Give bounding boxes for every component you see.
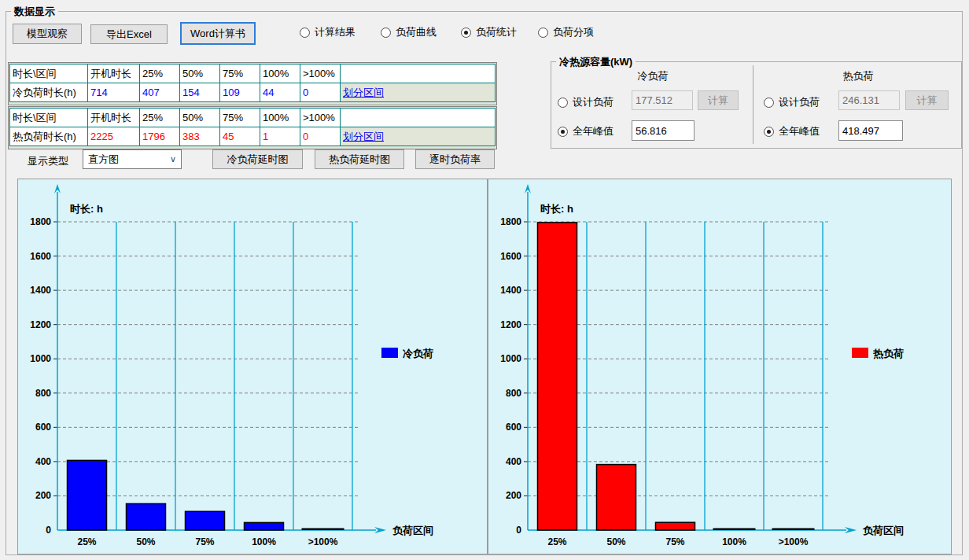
svg-text:1800: 1800 (500, 216, 521, 227)
divide-range-link-cooling[interactable]: 划分区间 (343, 86, 384, 100)
table-header-cell: 开机时长 (88, 64, 140, 83)
radio-heating-design[interactable]: 设计负荷 (764, 95, 820, 109)
radio-heating-design-label: 设计负荷 (779, 95, 820, 109)
table-value-cell: 44 (260, 83, 300, 102)
svg-text:1600: 1600 (500, 251, 521, 262)
radio-cooling-design[interactable]: 设计负荷 (558, 95, 613, 109)
radio-load-stats[interactable]: 负荷统计 (461, 25, 517, 39)
radio-load-curve-label: 负荷曲线 (396, 25, 437, 39)
table-value-cell: 0 (300, 127, 341, 146)
svg-text:100%: 100% (252, 536, 276, 547)
svg-text:800: 800 (35, 388, 51, 399)
table-value-cell: 45 (220, 127, 260, 146)
svg-text:75%: 75% (195, 536, 214, 547)
heating-hours-table: 时长\区间 开机时长 25% 50% 75% 100% >100% 热负荷时长(… (8, 106, 497, 149)
svg-text:25%: 25% (547, 536, 566, 547)
export-excel-button[interactable]: 导出Excel (90, 24, 168, 44)
cooling-peak-value-field[interactable]: 56.816 (632, 120, 695, 141)
table-header-cell: 100% (260, 109, 300, 127)
radio-heating-design-circle[interactable] (764, 98, 774, 108)
heating-load-histogram: 200400600800100012001400160018000时长: h负荷… (488, 179, 951, 554)
table-header-cell: 25% (140, 109, 180, 127)
svg-text:200: 200 (35, 490, 51, 501)
word-report-button[interactable]: Word计算书 (180, 22, 256, 45)
cooling-duration-chart-button[interactable]: 冷负荷延时图 (212, 149, 303, 169)
svg-text:1200: 1200 (500, 319, 521, 330)
cooling-load-histogram: 200400600800100012001400160018000时长: h负荷… (18, 179, 487, 554)
svg-text:时长: h: 时长: h (70, 203, 103, 215)
radio-load-items-label: 负荷分项 (553, 25, 594, 39)
radio-load-stats-circle[interactable] (461, 28, 471, 38)
table-value-cell: 407 (140, 83, 180, 102)
row-label-cell: 热负荷时长(h) (10, 127, 88, 146)
model-view-button[interactable]: 模型观察 (13, 24, 82, 44)
radio-load-curve[interactable]: 负荷曲线 (381, 25, 437, 39)
heating-design-value-field[interactable]: 246.131 (838, 90, 900, 110)
cooling-hours-table: 时长\区间 开机时长 25% 50% 75% 100% >100% 冷负荷时长(… (8, 62, 497, 105)
svg-text:1200: 1200 (30, 319, 51, 330)
heating-calc-button[interactable]: 计算 (905, 90, 949, 110)
radio-cooling-peak[interactable]: 全年峰值 (558, 124, 613, 138)
table-header-cell: 100% (260, 64, 300, 83)
chevron-down-icon: ∨ (170, 154, 176, 164)
radio-calc-result-circle[interactable] (300, 28, 310, 38)
table-value-cell: 2225 (88, 127, 140, 146)
radio-load-curve-circle[interactable] (381, 28, 391, 38)
table-header-cell (341, 64, 496, 83)
svg-text:50%: 50% (136, 536, 155, 547)
radio-cooling-design-label: 设计负荷 (573, 95, 613, 109)
svg-text:热负荷: 热负荷 (872, 348, 904, 359)
display-type-label: 显示类型 (28, 154, 68, 168)
heating-section-title: 热负荷 (760, 69, 956, 83)
table-header-cell: 25% (140, 64, 180, 83)
svg-text:25%: 25% (77, 536, 96, 547)
radio-heating-peak[interactable]: 全年峰值 (764, 124, 820, 138)
table-header-cell: 75% (220, 64, 260, 83)
capacity-divider (753, 65, 753, 144)
svg-text:1400: 1400 (30, 285, 51, 296)
radio-calc-result-label: 计算结果 (315, 25, 356, 39)
table-value-cell: 109 (220, 83, 260, 102)
svg-text:400: 400 (506, 456, 521, 467)
svg-text:1000: 1000 (500, 353, 521, 364)
table-header-cell: >100% (300, 64, 341, 83)
hourly-load-rate-button[interactable]: 逐时负荷率 (415, 149, 495, 169)
heating-peak-value-field[interactable]: 418.497 (838, 120, 903, 141)
svg-text:600: 600 (35, 422, 51, 433)
table-header-cell: 时长\区间 (10, 109, 88, 127)
cooling-section-title: 冷负荷 (551, 69, 754, 83)
radio-cooling-peak-circle[interactable] (558, 127, 568, 137)
radio-heating-peak-label: 全年峰值 (779, 124, 820, 138)
svg-text:负荷区间: 负荷区间 (862, 525, 904, 536)
svg-text:200: 200 (506, 490, 521, 501)
table-header-cell: 50% (180, 64, 220, 83)
table-value-cell: 714 (88, 83, 140, 102)
heating-duration-chart-button[interactable]: 热负荷延时图 (315, 149, 404, 169)
svg-text:1000: 1000 (30, 353, 51, 364)
svg-text:冷负荷: 冷负荷 (403, 348, 433, 359)
svg-text:1400: 1400 (500, 285, 521, 296)
svg-text:负荷区间: 负荷区间 (392, 525, 433, 536)
group-title: 数据显示 (11, 5, 58, 19)
table-header-cell: 开机时长 (88, 109, 140, 127)
cooling-design-value-field[interactable]: 177.512 (632, 90, 693, 110)
table-header-cell: 时长\区间 (10, 64, 88, 83)
table-value-cell: 383 (180, 127, 220, 146)
cooling-calc-button[interactable]: 计算 (698, 90, 739, 110)
radio-calc-result[interactable]: 计算结果 (300, 25, 356, 39)
svg-text:100%: 100% (722, 536, 746, 547)
svg-text:75%: 75% (665, 536, 684, 547)
table-value-cell: 1 (260, 127, 300, 146)
radio-load-stats-label: 负荷统计 (476, 25, 517, 39)
radio-cooling-design-circle[interactable] (558, 98, 568, 108)
row-label-cell: 冷负荷时长(h) (10, 83, 88, 102)
radio-load-items-circle[interactable] (538, 28, 548, 38)
divide-range-link-heating[interactable]: 划分区间 (343, 130, 384, 144)
radio-cooling-peak-label: 全年峰值 (573, 124, 613, 138)
svg-text:>100%: >100% (779, 536, 809, 547)
radio-load-items[interactable]: 负荷分项 (538, 25, 594, 39)
display-type-dropdown[interactable]: 直方图 ∨ (83, 149, 182, 169)
svg-text:0: 0 (516, 525, 521, 536)
table-header-cell: 50% (180, 109, 220, 127)
radio-heating-peak-circle[interactable] (764, 127, 774, 137)
